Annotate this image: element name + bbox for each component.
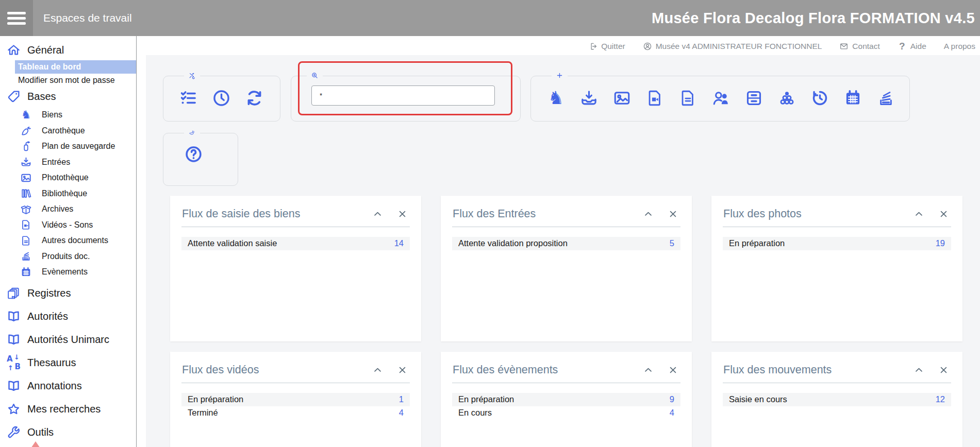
sidebar-section-bases[interactable]: Bases: [7, 88, 136, 105]
widget-row[interactable]: En préparation 1: [181, 393, 410, 406]
about-button[interactable]: A propos: [944, 42, 975, 51]
hand-icon: [184, 125, 200, 141]
sidebar-item-phototheque[interactable]: Photothèque: [20, 170, 136, 186]
extinguisher-icon: [20, 141, 32, 152]
sidebar-section-thesaurus[interactable]: A↓↑B Thesaurus: [7, 353, 136, 373]
row-count: 4: [399, 407, 404, 419]
widget-row[interactable]: Terminé 4: [181, 406, 410, 420]
photo-icon[interactable]: [612, 89, 632, 108]
help-icon: ?: [898, 42, 907, 51]
sidebar-item-entrees[interactable]: Entrées: [20, 154, 136, 170]
current-user[interactable]: Musée v4 ADMINISTRATEUR FONCTIONNEL: [643, 42, 822, 51]
refresh-icon[interactable]: [245, 89, 264, 108]
sidebar-item-videos-sons[interactable]: Vidéos - Sons: [20, 217, 136, 233]
widget-divider: [723, 383, 951, 383]
knight-icon: ♞: [20, 109, 32, 121]
chevron-up-icon[interactable]: [372, 209, 383, 219]
sidebar-divider: [136, 36, 137, 447]
open-book-icon: [7, 310, 21, 323]
knight-icon[interactable]: ♞: [546, 89, 566, 108]
people-icon[interactable]: [711, 89, 730, 108]
close-icon[interactable]: [397, 365, 408, 375]
widget-row[interactable]: En préparation 9: [452, 393, 680, 406]
chevron-up-icon[interactable]: [372, 365, 383, 375]
document-icon[interactable]: [678, 89, 697, 108]
app-title: Musée Flora Decalog Flora FORMATION v4.5: [652, 10, 975, 27]
sidebar-section-outils[interactable]: Outils: [7, 422, 136, 443]
search-input[interactable]: [311, 85, 495, 106]
star-icon: [7, 402, 21, 416]
quit-button[interactable]: Quitter: [588, 42, 625, 51]
close-icon[interactable]: [938, 365, 949, 375]
checklist-icon[interactable]: [179, 89, 198, 108]
tag-icon: [7, 90, 21, 104]
calendar-icon[interactable]: [843, 89, 862, 108]
sidebar-item-biens[interactable]: ♞ Biens: [20, 107, 136, 123]
menu-button[interactable]: [0, 0, 33, 36]
sidebar-item-bibliotheque[interactable]: Bibliothèque: [20, 186, 136, 202]
close-icon[interactable]: [668, 209, 678, 219]
chevron-up-icon[interactable]: [643, 209, 654, 219]
chevron-up-icon[interactable]: [643, 365, 654, 375]
contact-button[interactable]: Contact: [839, 42, 879, 51]
widget-row[interactable]: En cours 4: [452, 406, 680, 420]
registers-icon: [7, 286, 21, 300]
video-file-icon[interactable]: [645, 89, 665, 108]
chevron-up-icon[interactable]: [913, 365, 924, 375]
paper-stack-icon[interactable]: [876, 89, 895, 108]
widget-divider: [723, 227, 951, 227]
row-count: 19: [936, 238, 945, 249]
close-icon[interactable]: [938, 209, 949, 219]
sidebar-section-annotations[interactable]: Annotations: [7, 376, 136, 397]
sidebar-section-mes-recherches[interactable]: Mes recherches: [7, 399, 136, 420]
tools-icon: [184, 67, 200, 83]
widget-divider: [452, 383, 680, 383]
workspace-label: Espaces de travail: [43, 12, 132, 24]
sidebar-item-autres-documents[interactable]: Autres documents: [20, 233, 136, 249]
widget-title: Flux des photos: [723, 208, 900, 220]
hamburger-icon: [7, 12, 26, 25]
question-circle-icon[interactable]: [184, 145, 203, 164]
zoom-plus-icon: [307, 67, 323, 83]
widget-title: Flux des Entrées: [453, 208, 629, 220]
clock-icon[interactable]: [212, 89, 231, 108]
open-box-icon: [20, 203, 32, 215]
widget-row[interactable]: Attente validation proposition 5: [452, 237, 680, 250]
sidebar-item-archives[interactable]: Archives: [20, 201, 136, 217]
toolbar-group-search: [291, 76, 521, 122]
sidebar-section-autorites-unimarc[interactable]: Autorités Unimarc: [7, 330, 136, 350]
sidebar-item-produits-doc[interactable]: Produits doc.: [20, 249, 136, 265]
sidebar-item-carotheque[interactable]: Carothèque: [20, 123, 136, 139]
wrench-icon: [7, 425, 21, 439]
sidebar-section-general[interactable]: Général: [7, 41, 136, 59]
cluster-icon[interactable]: [777, 89, 796, 108]
video-file-icon: [20, 219, 32, 231]
sidebar-item-evenements[interactable]: Evènements: [20, 264, 136, 280]
sidebar-section-registres[interactable]: Registres: [7, 283, 136, 304]
sidebar-item-plan-de-sauvegarde[interactable]: Plan de sauvegarde: [20, 139, 136, 154]
user-icon: [643, 42, 652, 51]
widget-title: Flux de saisie des biens: [182, 208, 358, 220]
download-tray-icon[interactable]: [579, 89, 599, 108]
widget-row[interactable]: Attente validation saisie 14: [181, 237, 410, 250]
help-button[interactable]: ? Aide: [898, 42, 926, 51]
photo-icon: [20, 172, 32, 184]
sidebar-section-autorites[interactable]: Autorités: [7, 306, 136, 327]
history-icon[interactable]: [810, 89, 829, 108]
document-icon: [20, 235, 32, 247]
drawer-icon[interactable]: [744, 89, 763, 108]
app-header: Espaces de travail Musée Flora Decalog F…: [0, 0, 980, 36]
widget-row[interactable]: Saisie en cours 12: [723, 393, 951, 406]
widget-row[interactable]: En préparation 19: [723, 237, 951, 250]
row-count: 5: [670, 238, 674, 249]
sidebar-item-modifier-mot-de-passe[interactable]: Modifier son mot de passe: [18, 74, 136, 87]
sidebar-item-tableau-de-bord[interactable]: Tableau de bord: [15, 60, 136, 74]
widget-card: Flux des évènements En préparation 9 En …: [441, 352, 692, 447]
row-count: 12: [936, 394, 945, 405]
widget-title: Flux des mouvements: [723, 364, 900, 376]
chevron-up-icon[interactable]: [913, 209, 924, 219]
close-icon[interactable]: [397, 209, 408, 219]
close-icon[interactable]: [668, 365, 678, 375]
row-count: 4: [670, 407, 674, 419]
plus-icon: [552, 67, 568, 83]
